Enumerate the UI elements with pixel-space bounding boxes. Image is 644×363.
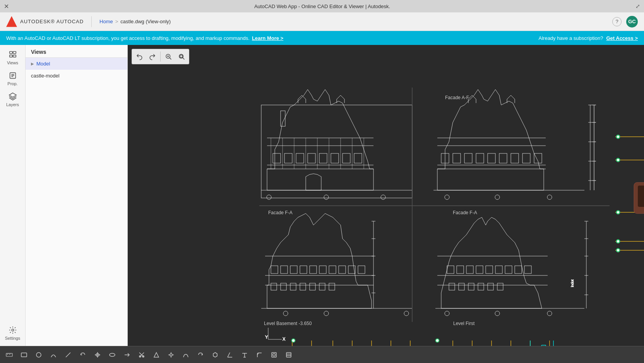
svg-rect-0 [9,52,12,54]
breadcrumb-home[interactable]: Home [99,19,113,24]
sidebar: Views Prop. Layers Setti [0,45,26,346]
svg-rect-1 [13,52,15,54]
svg-point-162 [617,240,619,243]
svg-rect-3 [13,55,15,57]
svg-text:Y: Y [265,335,268,339]
svg-line-190 [66,353,70,357]
svg-text:lndot: lndot [570,279,574,287]
panel-item-model[interactable]: ▶ Model [26,58,127,70]
autodesk-logo-icon [6,16,17,27]
breadcrumb: Home > castle.dwg (View-only) [99,19,612,24]
panel-title: Views [26,45,127,58]
sidebar-item-settings[interactable]: Settings [1,323,24,343]
toolbar-separator [160,52,161,62]
titlebar: ✕ AutoCAD Web App - Online CAD Editor & … [0,0,644,12]
cad-drawing[interactable]: Facade A-F Facade F-A Facade F-A Level B… [128,45,644,346]
svg-point-201 [170,354,172,356]
svg-rect-183 [6,353,12,356]
svg-rect-213 [273,354,275,356]
arc-curve-tool[interactable] [180,349,192,360]
polygon-tool[interactable] [209,349,221,360]
learn-more-link[interactable]: Learn More > [252,35,283,41]
properties-icon [9,71,17,80]
svg-point-160 [617,211,619,213]
cad-toolbar [132,49,189,64]
logo-area: AUTODESK® AUTOCAD [6,16,92,27]
svg-marker-206 [213,353,217,357]
block-tool[interactable] [268,349,280,360]
svg-rect-168 [638,186,644,207]
cad-canvas-area[interactable]: Facade A-F Facade F-A Facade F-A Level B… [128,45,644,346]
viewport-label-level-basement: Level Basement -3.650 [264,321,312,326]
circle-tool[interactable] [33,349,45,360]
trim-tool[interactable] [135,349,148,360]
svg-line-208 [228,353,230,357]
svg-point-9 [12,329,14,331]
arrow-tool[interactable] [121,349,133,360]
promo-left: With an AutoCAD or AutoCAD LT subscripti… [6,35,283,41]
maximize-icon[interactable]: ⤢ [635,3,640,9]
statusbar [0,346,644,363]
topbar-right: ? GC [612,16,638,28]
svg-point-149 [436,339,438,342]
layers-icon [9,92,17,101]
svg-point-164 [617,249,619,251]
svg-marker-200 [154,353,159,357]
topbar: AUTODESK® AUTOCAD Home > castle.dwg (Vie… [0,12,644,31]
redo-button[interactable] [146,50,159,63]
main-area: Views Prop. Layers Setti [0,45,644,346]
breadcrumb-current: castle.dwg (View-only) [120,19,171,24]
arc-tool[interactable] [47,349,60,360]
svg-line-15 [183,58,184,59]
svg-point-156 [617,136,619,138]
sidebar-item-views[interactable]: Views [1,48,24,67]
zoom-window-button[interactable] [175,50,188,63]
hatch-tool[interactable] [283,349,295,360]
promo-right: Already have a subscription? Get Access … [539,35,638,41]
help-button[interactable]: ? [612,17,622,26]
promo-already-have: Already have a subscription? [539,35,603,41]
viewport-label-facade-af: Facade A-F [445,95,469,100]
get-access-link[interactable]: Get Access > [606,35,638,41]
svg-point-158 [617,159,619,161]
viewport-label-facade-fa-1: Facade F-A [268,210,293,215]
svg-rect-2 [9,55,12,57]
breadcrumb-separator: > [115,19,118,24]
svg-point-194 [110,353,115,356]
crosshair-tool[interactable] [91,349,104,360]
close-icon[interactable]: ✕ [4,3,9,10]
chevron-icon: ▶ [31,62,34,66]
user-avatar[interactable]: GC [626,16,638,28]
svg-text:X: X [283,337,286,341]
svg-point-189 [36,353,41,357]
angle-tool[interactable] [224,349,236,360]
undo-button[interactable] [133,50,146,63]
fillet-tool[interactable] [253,349,265,360]
text-tool[interactable] [238,349,251,360]
promo-banner: With an AutoCAD or AutoCAD LT subscripti… [0,31,644,45]
settings-icon [9,326,17,334]
brand-name: AUTODESK® AUTOCAD [20,19,84,24]
rectangle-tool[interactable] [18,349,30,360]
sidebar-item-layers[interactable]: Layers [1,90,24,109]
triangle-tool[interactable] [150,349,163,360]
views-panel: Views ▶ Model castle-model [26,45,128,346]
sidebar-item-properties[interactable]: Prop. [1,69,24,88]
titlebar-title: AutoCAD Web App - Online CAD Editor & Vi… [9,3,635,9]
svg-rect-16 [180,55,182,57]
views-icon [9,50,17,59]
svg-rect-212 [272,353,276,357]
explode-tool[interactable] [165,349,177,360]
measure-tool[interactable] [3,349,15,360]
svg-rect-188 [21,353,27,357]
panel-item-castle-model[interactable]: castle-model [26,70,127,82]
line-tool[interactable] [62,349,74,360]
zoom-extents-button[interactable] [162,50,175,63]
svg-rect-17 [128,45,644,346]
promo-text: With an AutoCAD or AutoCAD LT subscripti… [6,35,250,41]
undo-tool[interactable] [77,349,89,360]
redo-tool[interactable] [194,349,207,360]
svg-line-11 [170,58,171,59]
viewport-label-level-first: Level First [453,321,475,326]
ellipse-tool[interactable] [106,349,118,360]
